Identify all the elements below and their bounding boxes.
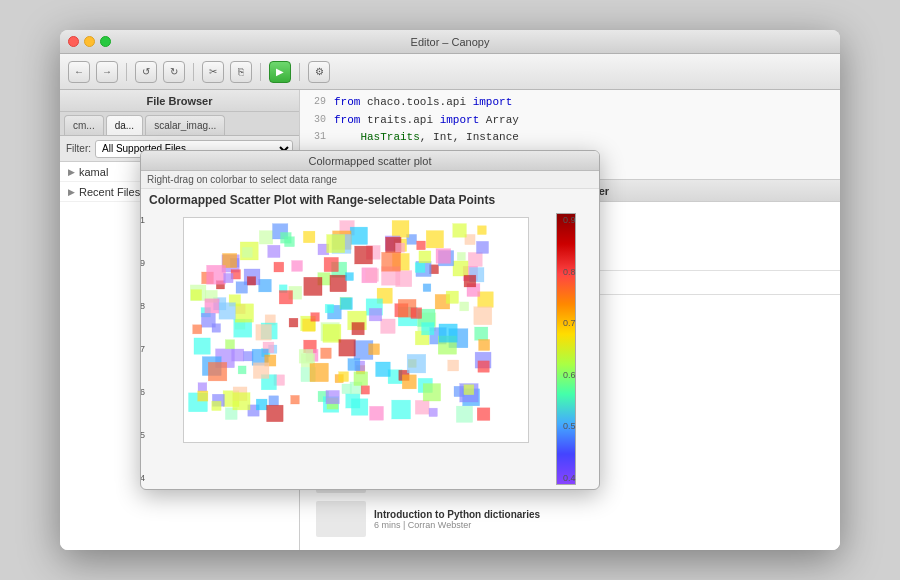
scatter-plot-area[interactable] [183,217,529,443]
tab-cm[interactable]: cm... [64,115,104,135]
colorbar-labels: 0.9 0.8 0.7 0.6 0.5 0.4 [563,213,591,485]
svg-rect-143 [479,339,490,350]
svg-rect-15 [460,302,469,311]
svg-rect-75 [259,231,272,244]
svg-rect-159 [225,340,234,349]
list-item[interactable]: Introduction to Python dictionaries 6 mi… [316,501,824,537]
svg-rect-46 [259,279,272,292]
svg-rect-160 [291,395,300,404]
svg-rect-191 [419,251,431,263]
rec-meta: 6 mins | Corran Webster [374,520,540,530]
svg-rect-30 [198,383,207,392]
svg-rect-174 [382,252,401,271]
copy-button[interactable]: ⎘ [230,61,252,83]
svg-rect-120 [476,241,488,253]
editor-tabs: cm... da... scalar_imag... [60,112,299,136]
svg-rect-48 [477,408,490,421]
svg-rect-170 [395,243,404,252]
scatter-titlebar: Colormapped scatter plot [141,151,599,171]
undo-button[interactable]: ↺ [135,61,157,83]
back-button[interactable]: ← [68,61,90,83]
svg-rect-167 [423,384,440,401]
svg-rect-189 [376,362,391,377]
svg-rect-130 [236,282,247,293]
forward-button[interactable]: → [96,61,118,83]
svg-rect-195 [422,323,434,335]
redo-button[interactable]: ↻ [163,61,185,83]
svg-rect-140 [381,319,396,334]
content-area: File Browser cm... da... scalar_imag... … [60,90,840,550]
svg-rect-13 [468,252,482,266]
svg-rect-192 [464,385,474,395]
svg-rect-193 [361,386,369,394]
svg-rect-185 [279,291,292,304]
title-bar: Editor – Canopy [60,30,840,54]
svg-rect-128 [233,393,250,410]
svg-rect-6 [423,284,431,292]
svg-rect-188 [369,344,380,355]
svg-rect-196 [426,231,443,248]
svg-rect-113 [453,261,468,276]
file-browser-header: File Browser [60,90,299,112]
svg-rect-125 [415,263,425,273]
svg-rect-150 [407,354,426,373]
svg-rect-41 [325,304,334,313]
svg-rect-103 [448,360,459,371]
svg-rect-116 [244,351,254,361]
svg-rect-186 [207,265,226,284]
code-line: 29 from chaco.tools.api import [308,94,832,112]
svg-rect-139 [326,390,339,403]
svg-rect-146 [303,231,315,243]
svg-rect-85 [330,275,347,292]
svg-rect-84 [417,241,426,250]
rec-info: Introduction to Python dictionaries 6 mi… [374,509,540,530]
run-button[interactable]: ▶ [269,61,291,83]
svg-rect-184 [439,324,457,342]
close-button[interactable] [68,36,79,47]
minimize-button[interactable] [84,36,95,47]
traffic-lights [68,36,111,47]
svg-rect-172 [311,313,320,322]
toolbar-separator-1 [126,63,127,81]
scatter-hint: Right-drag on colorbar to select data ra… [141,171,599,189]
canopy-window: Editor – Canopy ← → ↺ ↻ ✂ ⎘ ▶ ⚙ File Bro… [60,30,840,550]
svg-rect-105 [208,362,227,381]
svg-rect-157 [299,349,313,363]
tab-da[interactable]: da... [106,115,143,135]
tab-scalar[interactable]: scalar_imag... [145,115,225,135]
svg-rect-28 [415,400,429,414]
svg-rect-118 [235,304,253,322]
svg-rect-68 [478,226,487,235]
svg-rect-182 [321,348,332,359]
svg-rect-54 [292,261,303,272]
svg-rect-40 [242,247,252,257]
svg-rect-14 [268,245,280,257]
toolbar-separator-2 [193,63,194,81]
scatter-body: 1 0.9 0.8 0.7 0.6 0.5 0.4 [141,209,599,489]
rec-thumbnail [316,501,366,537]
svg-rect-99 [323,324,341,342]
window-title: Editor – Canopy [411,36,490,48]
settings-button[interactable]: ⚙ [308,61,330,83]
svg-rect-166 [339,340,356,357]
svg-rect-168 [253,363,269,379]
svg-rect-94 [341,298,353,310]
file-name: Recent Files [79,186,140,198]
svg-rect-198 [327,235,345,253]
svg-rect-177 [284,237,294,247]
rec-title: Introduction to Python dictionaries [374,509,540,520]
svg-rect-70 [269,396,279,406]
svg-rect-180 [464,275,476,287]
svg-rect-31 [232,349,244,361]
toolbar-separator-3 [260,63,261,81]
svg-rect-178 [274,262,284,272]
svg-rect-102 [355,246,373,264]
svg-rect-20 [475,327,488,340]
maximize-button[interactable] [100,36,111,47]
cut-button[interactable]: ✂ [202,61,224,83]
svg-rect-149 [345,273,353,281]
scatter-window: Colormapped scatter plot Right-drag on c… [140,150,600,490]
svg-rect-82 [310,363,329,382]
svg-rect-134 [348,359,360,371]
svg-rect-155 [402,375,416,389]
